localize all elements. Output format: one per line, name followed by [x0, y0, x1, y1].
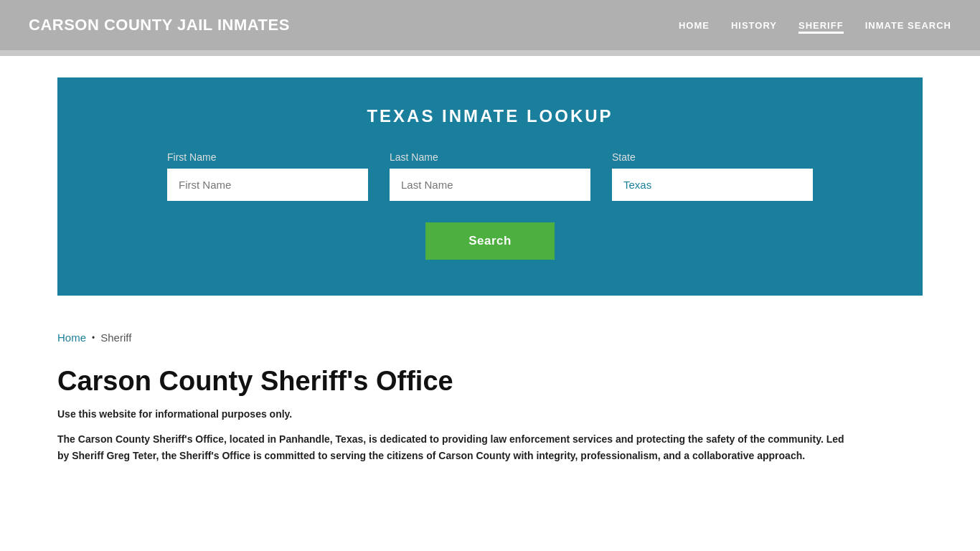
breadcrumb-section: Home • Sheriff	[0, 317, 980, 351]
breadcrumb-current: Sheriff	[100, 331, 131, 344]
nav-history[interactable]: HISTORY	[731, 17, 777, 34]
first-name-input[interactable]	[167, 169, 368, 201]
state-label: State	[612, 151, 813, 163]
search-title: TEXAS INMATE LOOKUP	[100, 106, 880, 126]
site-header: CARSON COUNTY JAIL INMATES HOME HISTORY …	[0, 0, 980, 50]
nav-sheriff[interactable]: SHERIFF	[798, 17, 844, 34]
breadcrumb-separator: •	[92, 333, 95, 343]
last-name-input[interactable]	[390, 169, 590, 201]
search-button-row: Search	[100, 222, 880, 260]
nav-home[interactable]: HOME	[679, 17, 710, 34]
search-button[interactable]: Search	[425, 222, 555, 260]
search-fields: First Name Last Name State	[100, 151, 880, 201]
nav-inmate-search[interactable]: INMATE SEARCH	[865, 17, 951, 34]
content-section: Carson County Sheriff's Office Use this …	[0, 351, 980, 494]
state-group: State	[612, 151, 813, 201]
search-section: TEXAS INMATE LOOKUP First Name Last Name…	[57, 77, 923, 296]
first-name-group: First Name	[167, 151, 368, 201]
header-divider	[0, 50, 980, 56]
last-name-group: Last Name	[390, 151, 590, 201]
site-title: CARSON COUNTY JAIL INMATES	[29, 16, 290, 34]
description-text: The Carson County Sheriff's Office, loca…	[57, 431, 847, 466]
breadcrumb-home[interactable]: Home	[57, 331, 86, 344]
tagline: Use this website for informational purpo…	[57, 408, 923, 420]
state-input[interactable]	[612, 169, 813, 201]
last-name-label: Last Name	[390, 151, 590, 163]
page-heading: Carson County Sheriff's Office	[57, 365, 923, 398]
breadcrumb: Home • Sheriff	[57, 331, 923, 344]
main-nav: HOME HISTORY SHERIFF INMATE SEARCH	[679, 17, 951, 34]
first-name-label: First Name	[167, 151, 368, 163]
